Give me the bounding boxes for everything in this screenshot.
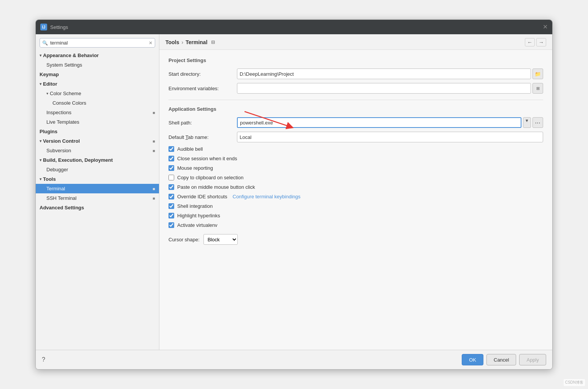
dialog-body: 🔍 ✕ ▾ Appearance & Behavior System Setti…: [36, 34, 552, 350]
ok-button[interactable]: OK: [462, 354, 483, 365]
shell-path-annotation-wrapper: Shell path: ▾ ···: [168, 117, 543, 128]
configure-keybindings-link[interactable]: Configure terminal keybindings: [233, 194, 300, 199]
sidebar-item-plugins[interactable]: Plugins: [36, 127, 159, 136]
override-shortcuts-label: Override IDE shortcuts: [177, 194, 227, 199]
dialog-title: Settings: [50, 24, 68, 30]
sidebar-item-subversion[interactable]: Subversion ■: [36, 146, 159, 155]
app-settings-title: Application Settings: [168, 106, 543, 112]
sidebar-item-version-control[interactable]: ▾ Version Control ■: [36, 136, 159, 146]
sidebar-item-terminal[interactable]: Terminal ■: [36, 184, 159, 193]
env-variables-row: Environment variables: ⊞: [168, 83, 543, 94]
copy-clipboard-row: Copy to clipboard on selection: [168, 175, 543, 180]
sidebar-item-tools[interactable]: ▾ Tools: [36, 174, 159, 184]
sidebar-item-label: Color Scheme: [50, 91, 81, 96]
search-clear-icon[interactable]: ✕: [149, 40, 153, 46]
footer-buttons: OK Cancel Apply: [462, 354, 546, 365]
sidebar-item-color-scheme[interactable]: ▾ Color Scheme: [36, 89, 159, 98]
close-session-label: Close session when it ends: [177, 156, 237, 161]
watermark: CSDN博客: [564, 379, 585, 386]
shell-path-more-button[interactable]: ···: [532, 117, 543, 128]
sidebar-item-console-colors[interactable]: Console Colors: [36, 98, 159, 108]
shell-path-input-wrapper: ▾ ···: [237, 117, 543, 128]
help-button[interactable]: ?: [42, 356, 45, 363]
paste-middle-checkbox[interactable]: [168, 184, 174, 190]
sidebar-item-label: Plugins: [40, 129, 57, 134]
start-directory-label: Start directory:: [168, 71, 237, 77]
sidebar-item-keymap[interactable]: Keymap: [36, 70, 159, 79]
shell-path-dropdown-button[interactable]: ▾: [523, 117, 531, 128]
breadcrumb-nav: ← →: [525, 38, 546, 46]
start-directory-input-row: 📁: [237, 69, 543, 79]
sidebar-item-advanced-settings[interactable]: Advanced Settings: [36, 203, 159, 212]
ssh-terminal-badge: ■: [153, 196, 155, 201]
audible-bell-checkbox[interactable]: [168, 146, 174, 152]
sidebar-item-appearance[interactable]: ▾ Appearance & Behavior: [36, 51, 159, 60]
env-variables-input[interactable]: [237, 83, 531, 94]
sidebar-item-label: Subversion: [46, 148, 71, 153]
mouse-reporting-row: Mouse reporting: [168, 165, 543, 171]
nav-back-button[interactable]: ←: [525, 38, 535, 46]
activate-virtualenv-checkbox[interactable]: [168, 222, 174, 228]
cursor-shape-row: Cursor shape: Block Underline Vertical: [168, 234, 543, 245]
override-shortcuts-checkbox[interactable]: [168, 194, 174, 199]
search-box[interactable]: 🔍 ✕: [40, 38, 155, 48]
sidebar-item-label: Appearance & Behavior: [43, 53, 99, 58]
audible-bell-row: Audible bell: [168, 146, 543, 152]
sidebar-item-label: Editor: [43, 81, 57, 87]
highlight-hyperlinks-label: Highlight hyperlinks: [177, 213, 220, 218]
cancel-button[interactable]: Cancel: [486, 354, 516, 365]
chevron-down-icon: ▾: [40, 139, 41, 143]
sidebar-item-inspections[interactable]: Inspections ■: [36, 108, 159, 117]
shell-path-label: Shell path:: [168, 120, 237, 126]
shell-integration-checkbox[interactable]: [168, 203, 174, 209]
highlight-hyperlinks-row: Highlight hyperlinks: [168, 213, 543, 218]
chevron-down-icon: ▾: [40, 53, 41, 57]
sidebar-item-ssh-terminal[interactable]: SSH Terminal ■: [36, 193, 159, 203]
sidebar-item-label: Debugger: [46, 167, 68, 172]
main-content: Tools › Terminal ⊟ ← → Project Settings …: [159, 34, 552, 350]
sidebar-item-system-settings[interactable]: System Settings: [36, 60, 159, 70]
close-session-checkbox[interactable]: [168, 156, 174, 161]
default-tab-label: Default Tab name:: [168, 134, 237, 140]
sidebar-item-editor[interactable]: ▾ Editor: [36, 79, 159, 89]
paste-middle-label: Paste on middle mouse button click: [177, 184, 255, 190]
project-settings-title: Project Settings: [168, 57, 543, 63]
env-variables-label: Environment variables:: [168, 86, 237, 91]
env-variables-browse-button[interactable]: ⊞: [532, 83, 543, 94]
start-directory-browse-button[interactable]: 📁: [532, 69, 543, 79]
default-tab-input[interactable]: [237, 132, 543, 142]
apply-button[interactable]: Apply: [519, 354, 546, 365]
chevron-down-icon: ▾: [40, 177, 41, 181]
breadcrumb-pin-icon[interactable]: ⊟: [211, 40, 215, 45]
highlight-hyperlinks-checkbox[interactable]: [168, 213, 174, 218]
sidebar-item-label: Version Control: [43, 138, 80, 144]
close-button[interactable]: ✕: [543, 24, 548, 30]
mouse-reporting-label: Mouse reporting: [177, 165, 213, 171]
sidebar-item-label: SSH Terminal: [46, 195, 76, 201]
search-input[interactable]: [50, 40, 146, 46]
title-bar-left: IJ Settings: [40, 24, 68, 30]
cursor-shape-select[interactable]: Block Underline Vertical: [203, 234, 238, 245]
copy-clipboard-label: Copy to clipboard on selection: [177, 175, 243, 180]
mouse-reporting-checkbox[interactable]: [168, 165, 174, 171]
paste-middle-row: Paste on middle mouse button click: [168, 184, 543, 190]
breadcrumb-current: Terminal: [186, 39, 207, 45]
copy-clipboard-checkbox[interactable]: [168, 175, 174, 180]
shell-integration-row: Shell integration: [168, 203, 543, 209]
nav-forward-button[interactable]: →: [536, 38, 546, 46]
checkboxes-section: Audible bell Close session when it ends …: [168, 146, 543, 228]
breadcrumb-parent: Tools: [165, 39, 179, 45]
shell-path-input[interactable]: [237, 117, 521, 128]
section-divider: [168, 100, 543, 100]
sidebar-item-label: Keymap: [40, 72, 59, 77]
shell-path-row: Shell path: ▾ ···: [168, 117, 543, 128]
sidebar-item-live-templates[interactable]: Live Templates: [36, 117, 159, 127]
sidebar-item-label: Console Colors: [52, 100, 86, 106]
version-control-badge: ■: [153, 139, 155, 143]
start-directory-input[interactable]: [237, 69, 531, 79]
close-session-row: Close session when it ends: [168, 156, 543, 161]
title-bar: IJ Settings ✕: [36, 20, 552, 34]
sidebar-item-debugger[interactable]: Debugger: [36, 165, 159, 174]
sidebar-item-build-exec-deploy[interactable]: ▾ Build, Execution, Deployment: [36, 155, 159, 165]
breadcrumb: Tools › Terminal ⊟: [165, 39, 215, 45]
